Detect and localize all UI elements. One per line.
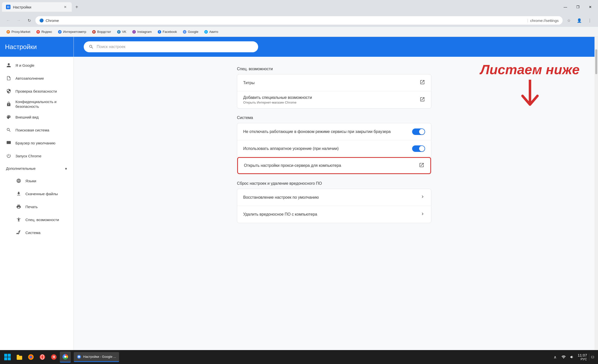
search-bar[interactable]: Поиск настроек [84, 41, 258, 52]
taskbar-chrome-button[interactable] [60, 352, 71, 363]
url-separator: | [527, 18, 528, 22]
main-scroll-thumb[interactable] [595, 49, 597, 74]
url-bar[interactable]: 🔵 Chrome | chrome://settings [35, 16, 563, 25]
sidebar-item-system[interactable]: Система [0, 226, 74, 239]
bookmark-google[interactable]: G Google [180, 28, 201, 35]
accessibility-card: Титры Добавить специальные возможности О… [237, 74, 431, 109]
svg-rect-4 [8, 7, 9, 8]
yandex-icon: Я [51, 354, 57, 360]
main-scrollbar[interactable] [595, 37, 598, 350]
content-area: Настройки Я и Google Автозаполнение [0, 37, 598, 350]
bookmark-wordstat[interactable]: В Вордстат [90, 28, 114, 35]
accessibility-icon [16, 217, 21, 222]
network-icon[interactable] [560, 354, 567, 361]
svg-text:Я: Я [53, 355, 55, 359]
reload-button[interactable]: ↻ [25, 16, 33, 25]
bookmark-label-internetometer: Интернетометр [63, 30, 86, 34]
svg-rect-1 [7, 6, 8, 7]
sidebar-item-autofill[interactable]: Автозаполнение [0, 72, 74, 85]
sidebar-item-languages[interactable]: Языки [0, 174, 74, 187]
explorer-icon [16, 354, 23, 360]
taskbar-yandex-button[interactable]: Я [48, 352, 59, 363]
bookmark-internetometer[interactable]: И Интернетометр [56, 28, 89, 35]
sidebar-advanced-section[interactable]: Дополнительные ▲ [0, 162, 74, 174]
sidebar-item-security[interactable]: Проверка безопасности [0, 85, 74, 98]
svg-rect-8 [4, 357, 7, 360]
sidebar-label-accessibility: Спец. возможности [25, 218, 59, 222]
profile-button[interactable]: 👤 [575, 16, 584, 25]
background-services-text: Не отключать работающие в фоновом режиме… [243, 129, 412, 134]
proxy-settings-item[interactable]: Открыть настройки прокси-сервера для ком… [237, 157, 431, 174]
svg-rect-0 [6, 5, 10, 9]
svg-point-14 [30, 356, 32, 358]
taskbar-opera-button[interactable] [37, 352, 48, 363]
sidebar-item-ya-google[interactable]: Я и Google [0, 59, 74, 72]
start-button[interactable] [2, 352, 13, 363]
hardware-toggle[interactable] [412, 145, 425, 152]
proxy-settings-text: Открыть настройки прокси-сервера для ком… [244, 163, 419, 168]
forward-button[interactable]: → [14, 16, 23, 25]
new-tab-button[interactable]: + [73, 3, 81, 11]
svg-point-21 [64, 356, 66, 358]
menu-button[interactable]: ⋮ [586, 16, 594, 25]
remove-malware-item[interactable]: Удалить вредоносное ПО с компьютера [237, 206, 431, 223]
taskbar-firefox-button[interactable] [25, 352, 36, 363]
sidebar-item-accessibility[interactable]: Спец. возможности [0, 213, 74, 226]
maximize-button[interactable]: ❐ [572, 3, 584, 11]
sidebar-label-languages: Языки [25, 179, 36, 183]
taskbar-chrome-active-icon [77, 355, 81, 359]
bookmark-label-facebook: Facebook [163, 30, 177, 34]
volume-icon[interactable] [569, 354, 576, 361]
bookmark-icon-vk: V [117, 30, 121, 34]
bookmark-facebook[interactable]: f Facebook [155, 28, 179, 35]
restore-defaults-item[interactable]: Восстановление настроек по умолчанию [237, 189, 431, 206]
bookmark-proxy-market[interactable]: P Proxy.Market [4, 28, 33, 35]
close-button[interactable]: ✕ [585, 3, 596, 11]
bookmark-icon-proxy: P [6, 30, 10, 34]
captions-text: Титры [243, 81, 420, 85]
sidebar-item-search[interactable]: Поисковая система [0, 123, 74, 136]
firefox-icon [28, 354, 34, 360]
sidebar-title: Настройки [5, 43, 37, 51]
bookmark-vk[interactable]: V VK [115, 28, 129, 35]
restore-defaults-text: Восстановление настроек по умолчанию [243, 195, 420, 200]
arrow-down-icon [520, 80, 540, 110]
add-accessibility-item[interactable]: Добавить специальные возможности Открыть… [237, 91, 431, 108]
taskbar-active-window[interactable]: Настройки - Google ... [74, 352, 119, 362]
tray-icons: ∧ [552, 354, 576, 361]
remove-malware-text: Удалить вредоносное ПО с компьютера [243, 212, 420, 217]
sidebar-item-downloads[interactable]: Скаченные файлы [0, 187, 74, 200]
taskbar-clock[interactable]: 11:07 РУС [578, 353, 587, 361]
sidebar-item-browser-default[interactable]: Браузер по умолчанию [0, 136, 74, 149]
taskbar-window-label: Настройки - Google ... [83, 355, 116, 359]
svg-rect-3 [7, 7, 8, 8]
captions-item[interactable]: Титры [237, 74, 431, 91]
taskbar-time: 11:07 [578, 353, 587, 357]
taskbar-explorer-button[interactable] [14, 352, 25, 363]
sidebar-header: Настройки [0, 37, 74, 57]
sidebar-item-startup[interactable]: Запуск Chrome [0, 149, 74, 162]
download-icon [16, 191, 21, 196]
external-link-icon-2 [420, 97, 425, 103]
show-desktop-button[interactable] [589, 354, 594, 361]
sidebar-item-print[interactable]: Печать [0, 200, 74, 213]
scroll-annotation: Листаем ниже [480, 62, 580, 110]
bookmark-instagram[interactable]: I Instagram [130, 28, 154, 35]
minimize-button[interactable]: — [560, 3, 571, 11]
svg-rect-7 [8, 354, 11, 357]
tray-arrow-icon[interactable]: ∧ [552, 354, 559, 361]
active-tab[interactable]: Настройки ✕ [2, 2, 72, 12]
sidebar-item-appearance[interactable]: Внешний вид [0, 111, 74, 123]
background-services-item[interactable]: Не отключать работающие в фоновом режиме… [237, 123, 431, 140]
bookmark-star-button[interactable]: ☆ [565, 16, 573, 25]
section-accessibility-title: Спец. возможности [237, 62, 431, 74]
sidebar-item-privacy[interactable]: Конфиденциальность и безопасность [0, 98, 74, 111]
hardware-accel-item[interactable]: Использовать аппаратное ускорение (при н… [237, 140, 431, 157]
back-button[interactable]: ← [4, 16, 12, 25]
restore-defaults-title: Восстановление настроек по умолчанию [243, 195, 420, 200]
background-toggle[interactable] [412, 128, 425, 135]
bookmark-yandex[interactable]: Я Яндекс [34, 28, 55, 35]
settings-main[interactable]: Поиск настроек Листаем ниже Спец. возмож… [74, 37, 595, 350]
bookmark-avito[interactable]: А Авито [202, 28, 221, 35]
tab-close-button[interactable]: ✕ [63, 4, 68, 9]
